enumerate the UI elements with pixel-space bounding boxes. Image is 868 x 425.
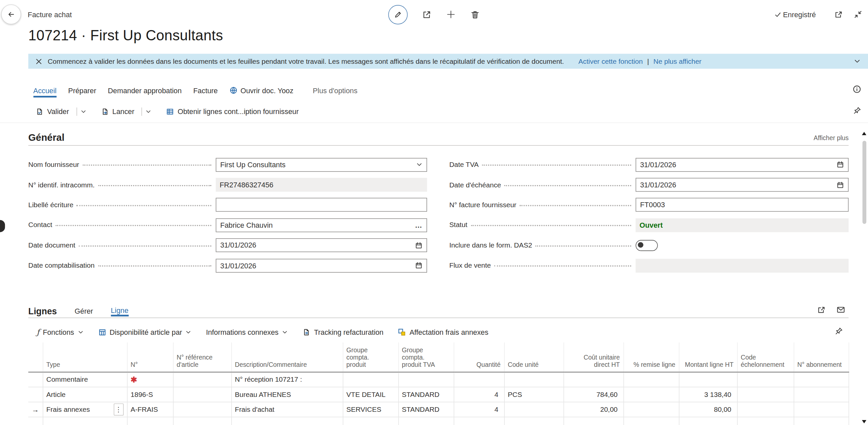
cell-unit-code[interactable] (504, 372, 563, 387)
cell-line-amount[interactable]: 80,00 (679, 402, 737, 417)
disponibilite-article-button[interactable]: Disponibilité article par (98, 328, 191, 336)
cell-vat-prod-posting-group[interactable]: STANDARD (398, 402, 454, 417)
cell-type[interactable]: Frais annexes ⋮ (43, 402, 127, 417)
cell-unit-code[interactable] (504, 402, 563, 417)
cell-line-discount[interactable] (624, 387, 679, 402)
due-date-input[interactable]: 31/01/2026 (636, 178, 848, 192)
col-type[interactable]: Type (43, 342, 127, 372)
show-more-link[interactable]: Afficher plus (814, 134, 849, 141)
tab-plus-options[interactable]: Plus d'options (313, 83, 358, 97)
lancer-button[interactable]: Lancer (100, 107, 152, 115)
cell-line-amount[interactable]: 3 138,40 (679, 387, 737, 402)
cell-quantity[interactable] (454, 372, 504, 387)
cell-type[interactable]: Article (43, 387, 127, 402)
cell-prod-posting-group[interactable]: VTE DETAIL (343, 387, 398, 402)
cell-item-reference[interactable] (173, 372, 231, 387)
cell-item-reference[interactable] (173, 387, 231, 402)
cell-deferral-code[interactable] (737, 402, 794, 417)
tab-ligne[interactable]: Ligne (111, 306, 128, 316)
fonctions-button[interactable]: ƒ Fonctions (37, 328, 84, 336)
cell-no[interactable]: 1896-S (127, 387, 173, 402)
cell-vat-prod-posting-group[interactable] (398, 372, 454, 387)
col-no[interactable]: N° (127, 342, 173, 372)
cell-quantity[interactable]: 4 (454, 402, 504, 417)
share-button[interactable] (422, 9, 432, 19)
cell-direct-unit-cost[interactable] (564, 372, 624, 387)
das2-toggle[interactable] (636, 240, 658, 251)
vertical-scrollbar[interactable] (860, 126, 868, 425)
tab-ouvrir-doc-yooz[interactable]: Ouvrir doc. Yooz (229, 83, 293, 97)
row-menu-button[interactable]: ⋮ (114, 403, 123, 416)
cell-line-amount[interactable] (679, 372, 737, 387)
vendor-name-combobox[interactable]: First Up Consultants (216, 158, 427, 171)
ellipsis-icon[interactable]: … (415, 221, 423, 229)
left-edge-handle[interactable] (0, 220, 5, 232)
pin-button[interactable] (853, 106, 861, 115)
cell-line-discount[interactable] (624, 402, 679, 417)
delete-button[interactable] (470, 9, 480, 19)
scroll-up-arrow-icon[interactable] (862, 132, 866, 135)
cell-unit-code[interactable]: PCS (504, 387, 563, 402)
table-row[interactable]: Commentaire ✱ N° réception 107217 : (28, 372, 849, 387)
cell-direct-unit-cost[interactable]: 20,00 (564, 402, 624, 417)
valider-button[interactable]: Valider (35, 107, 86, 115)
tab-demander-approbation[interactable]: Demander approbation (108, 83, 182, 97)
col-quantity[interactable]: Quantité (454, 342, 504, 372)
posting-date-input[interactable]: 31/01/2026 (216, 258, 427, 272)
obtenir-lignes-button[interactable]: Obtenir lignes cont...iption fournisseur (166, 107, 299, 115)
tab-gerer[interactable]: Gérer (75, 307, 93, 317)
cell-subscription-no[interactable] (794, 372, 848, 387)
cell-subscription-no[interactable] (794, 387, 848, 402)
notification-expand-button[interactable] (854, 58, 861, 65)
col-direct-unit-cost[interactable]: Coût unitaire direct HT (564, 342, 624, 372)
cell-deferral-code[interactable] (737, 387, 794, 402)
scrollbar-thumb[interactable] (862, 141, 866, 224)
table-row-selected[interactable]: → Frais annexes ⋮ A-FRAIS Frais d'achat … (28, 402, 849, 417)
col-line-amount[interactable]: Montant ligne HT (679, 342, 737, 372)
cell-direct-unit-cost[interactable]: 784,60 (564, 387, 624, 402)
cell-vat-prod-posting-group[interactable]: STANDARD (398, 387, 454, 402)
tracking-refacturation-button[interactable]: Tracking refacturation (302, 328, 383, 336)
cell-description[interactable]: Bureau ATHENES (231, 387, 343, 402)
cell-item-reference[interactable] (173, 402, 231, 417)
table-row[interactable]: Article 1896-S Bureau ATHENES VTE DETAIL… (28, 387, 849, 402)
calendar-icon[interactable] (836, 181, 844, 189)
col-prod-posting-group[interactable]: Groupe compta. produit (343, 342, 398, 372)
edit-button[interactable] (389, 5, 408, 24)
notification-close-button[interactable] (35, 58, 42, 64)
entry-label-input[interactable] (216, 198, 427, 212)
informations-connexes-button[interactable]: Informations connexes (206, 328, 288, 336)
chevron-down-icon[interactable] (416, 161, 423, 168)
table-row-empty[interactable] (28, 417, 849, 425)
vendor-invoice-no-input[interactable]: FT0003 (636, 198, 848, 212)
open-in-window-button[interactable] (834, 10, 843, 19)
cell-type[interactable]: Commentaire (43, 372, 127, 387)
vat-date-input[interactable]: 31/01/2026 (636, 158, 848, 171)
cell-prod-posting-group[interactable] (343, 372, 398, 387)
collapse-window-button[interactable] (854, 10, 862, 19)
cell-prod-posting-group[interactable]: SERVICES (343, 402, 398, 417)
tab-accueil[interactable]: Accueil (33, 83, 57, 97)
cell-deferral-code[interactable] (737, 372, 794, 387)
cell-line-discount[interactable] (624, 372, 679, 387)
dismiss-link[interactable]: Ne plus afficher (653, 58, 701, 65)
calendar-icon[interactable] (415, 262, 423, 269)
affectation-frais-annexes-button[interactable]: Affectation frais annexes (398, 328, 489, 336)
contact-input[interactable]: Fabrice Chauvin … (216, 218, 427, 232)
calendar-icon[interactable] (415, 241, 423, 249)
col-vat-prod-posting-group[interactable]: Groupe compta. produit TVA (398, 342, 454, 372)
cell-no[interactable]: ✱ (127, 372, 173, 387)
cell-description[interactable]: N° réception 107217 : (231, 372, 343, 387)
lines-email-button[interactable] (836, 305, 845, 314)
info-button[interactable] (852, 85, 861, 94)
cell-no[interactable]: A-FRAIS (127, 402, 173, 417)
col-subscription-no[interactable]: N° abonnement (794, 342, 848, 372)
cell-description[interactable]: Frais d'achat (231, 402, 343, 417)
tab-preparer[interactable]: Préparer (68, 83, 96, 97)
cell-subscription-no[interactable] (794, 402, 848, 417)
col-unit-code[interactable]: Code unité (504, 342, 563, 372)
col-item-reference[interactable]: N° référence d'article (173, 342, 231, 372)
calendar-icon[interactable] (836, 161, 844, 168)
lines-share-button[interactable] (817, 305, 826, 314)
document-date-input[interactable]: 31/01/2026 (216, 238, 427, 252)
